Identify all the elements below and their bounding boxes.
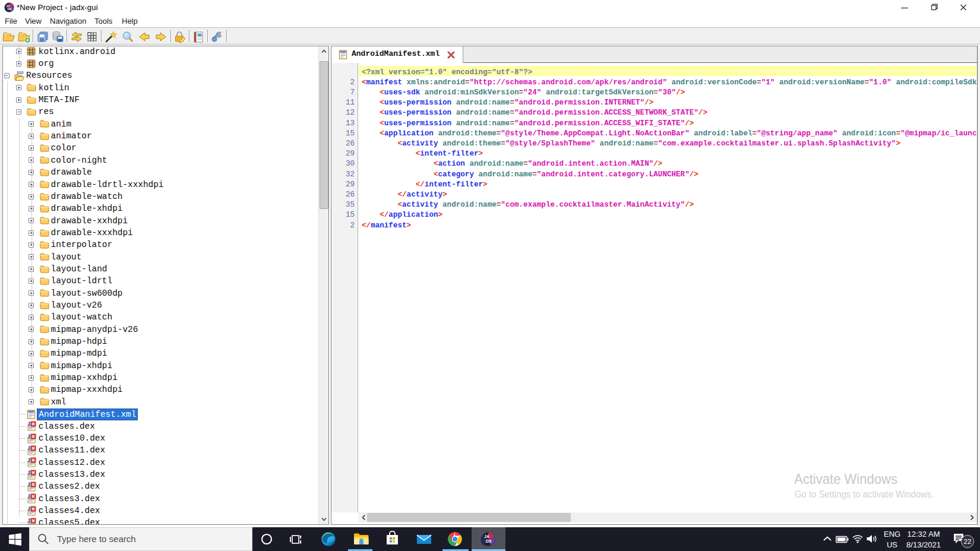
svg-text:DX: DX [486,539,492,543]
svg-text:DX: DX [8,7,12,11]
svg-text:010: 010 [17,71,24,75]
svg-text:JA: JA [484,534,489,539]
